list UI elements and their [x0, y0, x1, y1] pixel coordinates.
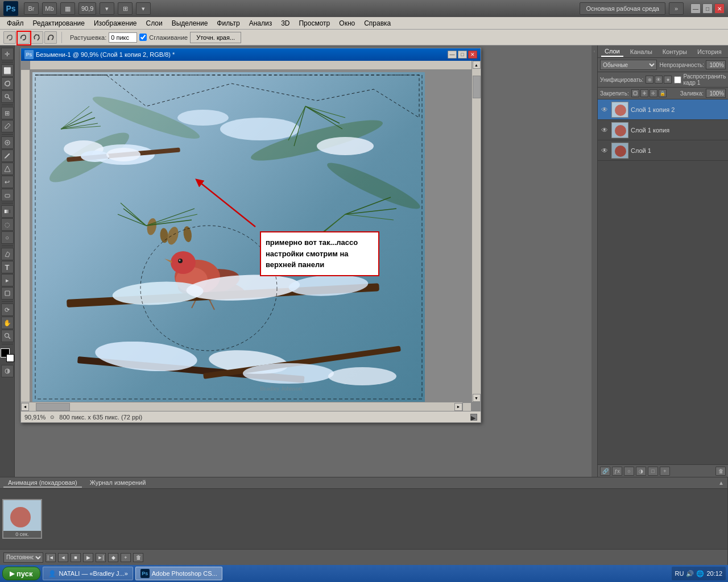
- 3d-rotate-tool[interactable]: ⟳: [1, 304, 14, 316]
- layer-link-btn[interactable]: 🔗: [600, 467, 610, 476]
- layer-visibility-2[interactable]: 👁: [600, 146, 609, 155]
- tween-btn[interactable]: ◆: [108, 553, 118, 562]
- layer-item-0[interactable]: 👁 Слой 1 копия 2: [598, 99, 728, 120]
- refine-edge-btn[interactable]: Уточн. края...: [190, 32, 241, 43]
- scroll-down-btn[interactable]: ▼: [473, 394, 481, 402]
- layer-item-2[interactable]: 👁 Слой 1: [598, 140, 728, 161]
- menu-edit[interactable]: Редактирование: [28, 17, 89, 29]
- tab-measurement[interactable]: Журнал измерений: [85, 479, 151, 488]
- workspace-btn[interactable]: Основная рабочая среда: [580, 2, 665, 15]
- scroll-right-btn[interactable]: ►: [454, 403, 462, 411]
- menu-filter[interactable]: Фильтр: [212, 17, 244, 29]
- rect-marquee-tool[interactable]: ⬜: [1, 64, 14, 77]
- hand-tool[interactable]: ✋: [1, 317, 14, 329]
- unify-position-btn[interactable]: ⊕: [646, 76, 653, 84]
- loop-select[interactable]: Постоянно: [3, 552, 43, 563]
- clone-stamp-tool[interactable]: [1, 163, 14, 175]
- lock-all-btn[interactable]: 🔒: [659, 89, 667, 97]
- maximize-btn[interactable]: □: [702, 3, 713, 14]
- layer-delete-btn[interactable]: 🗑: [715, 467, 726, 476]
- anim-collapse-btn[interactable]: ▲: [718, 480, 724, 486]
- horizontal-scrollbar[interactable]: ◄ ►: [21, 402, 471, 411]
- layer-mask-btn[interactable]: ○: [624, 467, 634, 476]
- tab-history[interactable]: История: [694, 47, 725, 56]
- unify-visibility-btn[interactable]: 👁: [655, 76, 663, 84]
- tab-animation[interactable]: Анимация (покадровая): [3, 479, 82, 488]
- scroll-up-btn[interactable]: ▲: [473, 61, 481, 69]
- panel-toggle-btn[interactable]: »: [669, 2, 684, 15]
- lasso-tool-icon[interactable]: [17, 31, 30, 44]
- blur-tool[interactable]: ◌: [1, 218, 14, 231]
- doc-minimize-btn[interactable]: —: [448, 51, 457, 59]
- quick-mask-btn[interactable]: [1, 365, 14, 377]
- menu-select[interactable]: Выделение: [167, 17, 213, 29]
- lasso-tool[interactable]: [1, 77, 14, 90]
- vertical-scrollbar[interactable]: ▲ ▼: [471, 61, 481, 402]
- opacity-input[interactable]: [706, 60, 726, 69]
- tab-paths[interactable]: Контуры: [659, 47, 690, 56]
- menu-window[interactable]: Окно: [334, 17, 359, 29]
- doc-close-btn[interactable]: ✕: [468, 51, 477, 59]
- lock-position-btn[interactable]: ✛: [650, 89, 657, 97]
- animation-frame-1[interactable]: 0 сек.: [2, 499, 42, 539]
- start-button[interactable]: ▶ пуск: [2, 567, 40, 580]
- layer-visibility-0[interactable]: 👁: [600, 105, 609, 114]
- taskbar-item-photoshop[interactable]: Ps Adobe Photoshop CS...: [135, 567, 222, 580]
- brush-tool[interactable]: [1, 149, 14, 162]
- bridge-icon[interactable]: Br: [24, 2, 39, 15]
- view-mode-btn[interactable]: ▦: [60, 2, 75, 15]
- menu-layers[interactable]: Слои: [142, 17, 167, 29]
- layer-item-1[interactable]: 👁 Слой 1 копия: [598, 120, 728, 140]
- play-btn[interactable]: ▶: [83, 553, 93, 562]
- dodge-tool[interactable]: ○: [1, 231, 14, 244]
- eraser-tool[interactable]: [1, 189, 14, 201]
- spot-heal-tool[interactable]: [1, 136, 14, 149]
- layer-visibility-1[interactable]: 👁: [600, 126, 609, 135]
- delete-frame-btn[interactable]: 🗑: [133, 553, 143, 562]
- move-tool[interactable]: ✛: [1, 48, 14, 60]
- tab-channels[interactable]: Каналы: [627, 47, 656, 56]
- menu-image[interactable]: Изображение: [89, 17, 142, 29]
- minimize-btn[interactable]: —: [690, 3, 701, 14]
- lock-transparency-btn[interactable]: [631, 89, 639, 97]
- layer-adjust-btn[interactable]: ◑: [636, 467, 646, 476]
- eyedropper-tool[interactable]: [1, 120, 14, 132]
- fg-bg-colors[interactable]: [1, 348, 14, 362]
- shape-tool[interactable]: [1, 287, 14, 300]
- zoom-dropdown-icon[interactable]: ▾: [100, 2, 114, 15]
- history-brush-tool[interactable]: ↩: [1, 176, 14, 188]
- menu-analysis[interactable]: Анализ: [245, 17, 277, 29]
- feather-input[interactable]: [109, 32, 137, 43]
- mini-bridge-icon[interactable]: Mb: [42, 2, 57, 15]
- tab-layers[interactable]: Слои: [601, 47, 623, 57]
- menu-3d[interactable]: 3D: [276, 17, 294, 29]
- magnetic-lasso-btn[interactable]: [44, 31, 57, 44]
- prev-frame-btn[interactable]: ◄: [58, 553, 68, 562]
- right-panel-collapse[interactable]: ‹: [592, 45, 597, 477]
- screen-mode-dropdown[interactable]: ▾: [136, 2, 151, 15]
- gradient-tool[interactable]: [1, 205, 14, 218]
- background-color[interactable]: [6, 354, 14, 362]
- text-tool[interactable]: T: [1, 261, 14, 273]
- stop-btn[interactable]: ■: [71, 553, 81, 562]
- crop-tool[interactable]: ⊞: [1, 107, 14, 119]
- layer-group-btn[interactable]: □: [648, 467, 658, 476]
- menu-help[interactable]: Справка: [359, 17, 395, 29]
- menu-file[interactable]: Файл: [2, 17, 28, 29]
- lasso-tool-btn[interactable]: [3, 31, 16, 44]
- blend-mode-select[interactable]: Обычные: [600, 60, 657, 70]
- polygonal-lasso-btn[interactable]: [31, 31, 43, 44]
- new-frame-btn[interactable]: +: [121, 553, 131, 562]
- layer-style-btn[interactable]: ƒx: [612, 467, 622, 476]
- menu-view[interactable]: Просмотр: [294, 17, 334, 29]
- pen-tool[interactable]: [1, 248, 14, 260]
- rewind-btn[interactable]: |◄: [46, 553, 56, 562]
- expand-btn[interactable]: ▶: [470, 414, 477, 421]
- zoom-tool[interactable]: [1, 330, 14, 342]
- taskbar-item-natali[interactable]: 👤 NATALI — «Bradley J...»: [43, 567, 133, 580]
- smooth-checkbox[interactable]: [139, 34, 147, 41]
- doc-maximize-btn[interactable]: □: [458, 51, 467, 59]
- lock-image-btn[interactable]: [640, 89, 648, 97]
- unify-style-btn[interactable]: ★: [664, 76, 672, 84]
- layer-new-btn[interactable]: +: [660, 467, 670, 476]
